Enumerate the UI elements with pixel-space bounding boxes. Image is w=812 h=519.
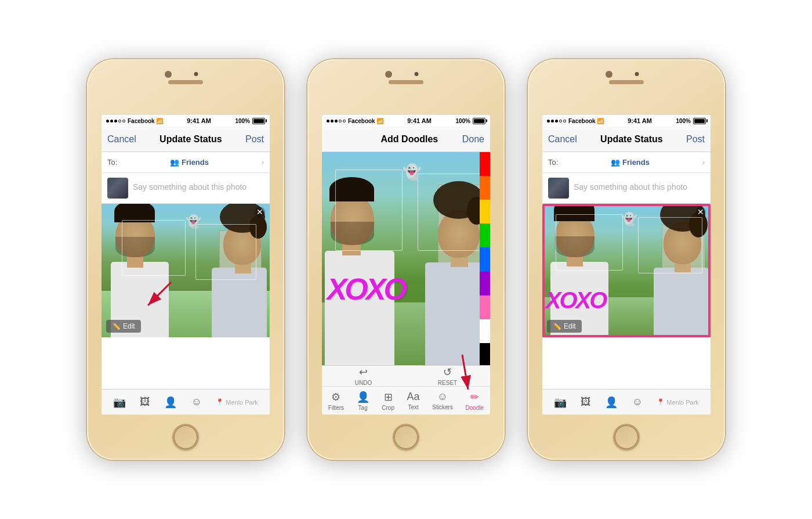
undo-label: UNDO: [355, 380, 372, 386]
audience-selector-1[interactable]: 👥 Friends: [170, 158, 209, 167]
ghost-sticker-3: 👻: [621, 212, 637, 227]
to-row-1[interactable]: To: 👥 Friends ›: [102, 152, 270, 173]
front-camera-icon-2: [385, 71, 392, 78]
photo-area-1: 👻 ✕ ✏️ Edit: [102, 204, 270, 337]
dot1: [106, 120, 109, 122]
caption-input-3[interactable]: Say something about this photo: [574, 178, 687, 192]
edit-button-3[interactable]: ✏️ Edit: [547, 320, 582, 333]
location-text-1: Menlo Park: [226, 399, 258, 406]
status-left-2: Facebook 📶: [327, 118, 383, 124]
location-row-1[interactable]: 📍 Menlo Park: [216, 398, 258, 406]
audience-selector-3[interactable]: 👥 Friends: [611, 158, 650, 167]
carrier-2: Facebook: [348, 118, 375, 124]
undo-icon: ↩: [359, 366, 368, 379]
status-bar-2: Facebook 📶 9:41 AM 100%: [322, 115, 490, 127]
camera-icon-1[interactable]: 📷: [113, 396, 126, 409]
tag-icon-3[interactable]: 👤: [605, 396, 618, 409]
phones-container: Facebook 📶 9:41 AM 100% Cancel Update St…: [0, 0, 812, 519]
chevron-right-icon-1: ›: [262, 158, 264, 167]
color-white[interactable]: [480, 319, 490, 343]
photo-icon-3[interactable]: 🖼: [581, 396, 591, 408]
color-black[interactable]: [480, 343, 490, 367]
color-orange[interactable]: [480, 176, 490, 200]
undo-button[interactable]: ↩ UNDO: [355, 366, 372, 386]
done-button-2[interactable]: Done: [462, 134, 484, 145]
front-camera-icon-3: [606, 71, 612, 78]
status-right-2: 100%: [455, 118, 485, 124]
face-detection-right: [195, 224, 256, 280]
wifi-icon: 📶: [156, 118, 163, 124]
color-yellow[interactable]: [480, 200, 490, 224]
post-button-3[interactable]: Post: [686, 134, 705, 145]
location-text-3: Menlo Park: [666, 399, 699, 406]
svg-line-3: [462, 355, 468, 390]
tag-button[interactable]: 👤 Tag: [357, 391, 369, 411]
bottom-toolbar-1: 📷 🖼 👤 ☺ 📍 Menlo Park: [102, 389, 270, 415]
battery-fill-1: [253, 119, 264, 123]
doodle-text-2: XOXO: [327, 272, 478, 307]
to-row-3[interactable]: To: 👥 Friends ›: [542, 152, 710, 173]
ghost-sticker: 👻: [186, 214, 201, 229]
nav-bar-2: Add Doodles Done: [322, 127, 490, 152]
cancel-button-1[interactable]: Cancel: [107, 134, 136, 145]
dot5: [122, 120, 125, 122]
avatar-image-1: [107, 178, 128, 199]
dot2: [110, 120, 113, 122]
caption-row-3: Say something about this photo: [542, 173, 710, 204]
screen-3: Facebook 📶 9:41 AM 100% Cancel Update St…: [542, 115, 710, 415]
caption-input-1[interactable]: Say something about this photo: [133, 178, 246, 192]
nav-title-3: Update Status: [600, 134, 663, 145]
status-time-1: 9:41 AM: [187, 117, 211, 124]
doodle-text-3: XOXO: [546, 287, 606, 313]
speaker-grill: [168, 80, 203, 84]
color-green[interactable]: [480, 224, 490, 247]
nav-bar-1: Cancel Update Status Post: [102, 127, 270, 152]
photo-area-3: 👻 XOXO ✕ ✏️ Edit: [542, 204, 710, 337]
close-photo-icon[interactable]: ✕: [255, 207, 265, 217]
sensor-dot-3: [635, 72, 639, 76]
home-button-2[interactable]: [393, 424, 419, 450]
carrier-label: Facebook: [128, 118, 155, 124]
friends-label-1: Friends: [182, 158, 209, 167]
speaker-grill-2: [389, 80, 423, 84]
photo-icon-1[interactable]: 🖼: [140, 396, 150, 408]
dot4: [118, 120, 121, 122]
cancel-button-3[interactable]: Cancel: [548, 134, 577, 145]
emoji-icon-1[interactable]: ☺: [191, 396, 202, 408]
wifi-icon-3: 📶: [597, 118, 604, 124]
close-photo-icon-3[interactable]: ✕: [695, 207, 706, 217]
location-row-3[interactable]: 📍 Menlo Park: [657, 398, 699, 406]
color-palette[interactable]: [480, 152, 490, 367]
post-button-1[interactable]: Post: [245, 134, 264, 145]
battery-icon-1: [252, 118, 265, 124]
text-button[interactable]: Aa Text: [407, 391, 420, 410]
edit-button-1[interactable]: ✏️ Edit: [106, 320, 141, 333]
phone-2: Facebook 📶 9:41 AM 100% Add Doodles Done: [307, 59, 505, 460]
camera-icon-3[interactable]: 📷: [554, 396, 567, 409]
to-label-3: To:: [548, 158, 558, 167]
tag-icon-1[interactable]: 👤: [164, 396, 177, 409]
home-button-3[interactable]: [613, 424, 640, 450]
front-camera-icon: [165, 71, 172, 78]
pin-icon-3: 📍: [657, 398, 665, 406]
caption-row-1: Say something about this photo: [102, 173, 270, 204]
status-time-2: 9:41 AM: [407, 117, 432, 124]
crop-button[interactable]: ⊞ Crop: [382, 391, 394, 411]
signal-dots: [106, 120, 125, 122]
screen-1: Facebook 📶 9:41 AM 100% Cancel Update St…: [102, 115, 270, 415]
battery-percent-1: 100%: [235, 118, 250, 124]
friends-icon-1: 👥: [170, 158, 179, 167]
color-pink[interactable]: [480, 295, 490, 319]
home-button-1[interactable]: [172, 424, 199, 450]
battery-3: [693, 118, 706, 124]
color-blue[interactable]: [480, 247, 490, 271]
filters-button[interactable]: ⚙ Filters: [328, 391, 344, 411]
emoji-icon-3[interactable]: ☺: [632, 396, 643, 408]
nav-title-2: Add Doodles: [381, 134, 438, 145]
friends-icon-3: 👥: [611, 158, 620, 167]
phone-3: Facebook 📶 9:41 AM 100% Cancel Update St…: [528, 59, 725, 460]
color-purple[interactable]: [480, 272, 490, 295]
color-red[interactable]: [480, 152, 490, 176]
status-bar-3: Facebook 📶 9:41 AM 100%: [542, 115, 710, 127]
sensor-dot-2: [415, 72, 419, 76]
